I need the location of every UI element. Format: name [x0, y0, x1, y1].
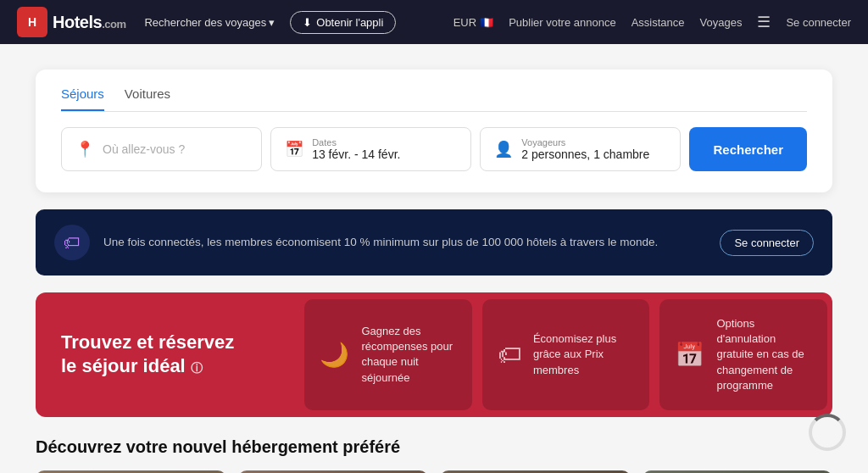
promo-card-cancellation: 📅 Options d'annulation gratuite en cas d… — [659, 299, 827, 410]
tag-icon: 🏷 — [498, 341, 521, 369]
discover-title: Découvrez votre nouvel hébergement préfé… — [36, 437, 832, 457]
nav-voyages[interactable]: Voyages — [700, 16, 743, 29]
search-tabs: Séjours Voitures — [61, 86, 807, 112]
chevron-down-icon: ▾ — [269, 16, 275, 29]
logo-area[interactable]: H Hotels.com — [17, 7, 125, 37]
currency-selector[interactable]: EUR 🇫🇷 — [453, 16, 493, 29]
search-button[interactable]: Rechercher — [689, 127, 807, 171]
promo-card-savings-text: Économisez plus grâce aux Prix membres — [533, 331, 635, 378]
promo-title: Trouvez et réservez le séjour idéal ⓘ — [61, 331, 234, 379]
calendar-icon: 📅 — [285, 140, 303, 159]
dates-value: 13 févr. - 14 févr. — [312, 147, 400, 161]
get-app-button[interactable]: ⬇ Obtenir l'appli — [290, 11, 396, 34]
search-card: Séjours Voitures 📍 Où allez-vous ? 📅 Dat… — [36, 70, 832, 192]
travelers-value: 2 personnes, 1 chambre — [521, 147, 649, 161]
loading-spinner — [809, 414, 851, 456]
nav-publish[interactable]: Publier votre annonce — [509, 16, 615, 29]
member-icon: 🏷 — [54, 225, 90, 260]
discover-section: Découvrez votre nouvel hébergement préfé… — [36, 437, 832, 473]
promo-card-rewards-text: Gagnez des récompenses pour chaque nuit … — [361, 324, 457, 386]
promo-cards: 🌙 Gagnez des récompenses pour chaque nui… — [299, 292, 832, 417]
flag-icon: 🇫🇷 — [480, 16, 493, 29]
logo-brand: Hotels.com — [53, 13, 125, 32]
moon-icon: 🌙 — [320, 341, 349, 369]
promo-section: Trouvez et réservez le séjour idéal ⓘ 🌙 … — [36, 292, 832, 417]
person-icon: 👤 — [494, 140, 513, 159]
logo-icon: H — [17, 7, 47, 37]
travelers-label: Voyageurs — [521, 137, 649, 147]
dates-field[interactable]: 📅 Dates 13 févr. - 14 févr. — [270, 127, 471, 171]
nav-search[interactable]: Rechercher des voyages ▾ — [144, 16, 275, 29]
tab-voitures[interactable]: Voitures — [125, 86, 170, 111]
download-icon: ⬇ — [303, 16, 312, 29]
promo-card-rewards: 🌙 Gagnez des récompenses pour chaque nui… — [304, 299, 472, 410]
travelers-field[interactable]: 👤 Voyageurs 2 personnes, 1 chambre — [480, 127, 681, 171]
promo-card-cancellation-text: Options d'annulation gratuite en cas de … — [716, 316, 812, 393]
menu-icon[interactable]: ☰ — [757, 13, 771, 31]
member-text: Une fois connectés, les membres économis… — [103, 234, 706, 251]
destination-placeholder: Où allez-vous ? — [103, 142, 185, 156]
destination-field[interactable]: 📍 Où allez-vous ? — [61, 127, 262, 171]
main-content: Séjours Voitures 📍 Où allez-vous ? 📅 Dat… — [0, 44, 868, 473]
signin-button[interactable]: Se connecter — [786, 16, 851, 29]
nav-assistance[interactable]: Assistance — [632, 16, 685, 29]
tab-sejours[interactable]: Séjours — [61, 86, 104, 111]
promo-card-savings: 🏷 Économisez plus grâce aux Prix membres — [482, 299, 650, 410]
calendar-check-icon: 📅 — [675, 341, 704, 369]
header: H Hotels.com Rechercher des voyages ▾ ⬇ … — [0, 0, 868, 44]
dates-label: Dates — [312, 137, 400, 147]
promo-left: Trouvez et réservez le séjour idéal ⓘ — [36, 292, 299, 417]
member-banner: 🏷 Une fois connectés, les membres économ… — [36, 209, 832, 275]
search-row: 📍 Où allez-vous ? 📅 Dates 13 févr. - 14 … — [61, 127, 807, 171]
location-icon: 📍 — [75, 140, 94, 159]
member-signin-button[interactable]: Se connecter — [720, 230, 814, 256]
info-icon[interactable]: ⓘ — [191, 361, 203, 375]
